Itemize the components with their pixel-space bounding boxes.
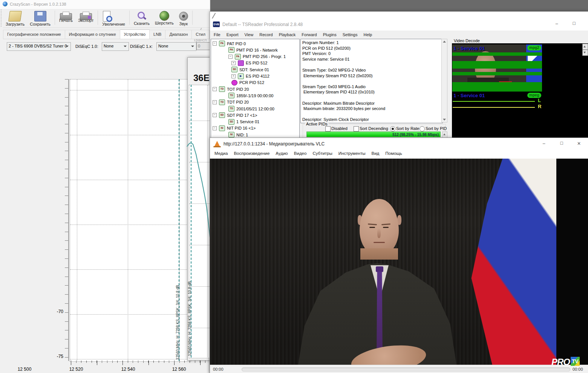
vlc-video-area[interactable] — [210, 159, 588, 365]
tab-lnb[interactable]: LNB — [150, 30, 165, 39]
maximize-button[interactable]: ☐ — [570, 21, 578, 28]
disabled-checkbox[interactable] — [325, 126, 331, 131]
tree-expand-icon[interactable]: − — [213, 41, 217, 46]
menu-audio[interactable]: Аудио — [273, 150, 291, 157]
tree-expand-icon[interactable]: + — [231, 74, 236, 78]
toolbar-button-print[interactable]: Печать — [57, 10, 75, 23]
tree-expand-icon[interactable]: − — [213, 87, 217, 91]
vlc-close-button[interactable]: ✕ — [575, 141, 583, 147]
info-scrollbar[interactable] — [441, 39, 447, 122]
audio-meter-left — [453, 101, 535, 102]
decode-scroll-down[interactable] — [582, 50, 588, 56]
pat-table-icon: PA — [219, 41, 225, 46]
sort-by-rate-radio[interactable] — [390, 126, 395, 131]
tree-item[interactable]: +ES PID 4112 — [231, 73, 270, 79]
vlc-titlebar[interactable]: http://127.0.0.1:1234 - Медиапроигрывате… — [210, 138, 588, 150]
aux-field[interactable]: 0 — [196, 42, 211, 50]
tab-range[interactable]: Диапазон — [165, 30, 192, 39]
menu-forward[interactable]: Forward — [299, 31, 320, 38]
toolbar-button-save[interactable]: Сохранить — [28, 10, 53, 27]
tree-item[interactable]: −PAPAT PID 0 — [213, 40, 246, 47]
tree-item[interactable]: PCR PID 512 — [231, 79, 264, 86]
tree-item[interactable]: SDSDT: Service 01 — [231, 66, 269, 73]
tree-expand-icon[interactable]: + — [231, 61, 236, 65]
tree-item[interactable]: −SDSDT PID 17 <1> — [213, 112, 257, 118]
toolbar-button-export[interactable]: Экспорт — [76, 10, 96, 23]
decoded-video-frame — [452, 44, 542, 92]
tab-geo-position[interactable]: Географическое положение — [3, 30, 65, 39]
tree-item[interactable]: TD2001/05/21 12:00:00 — [228, 105, 274, 112]
tuned-frequency-marker-label: 12560 MHz; H; 7298 KS ;8PSK; 3/4; 10.8 d… — [176, 285, 180, 360]
y-axis-ticks — [65, 79, 68, 361]
pid-rate-bar: 512 (98.25% - 15.98 Mbps) — [306, 131, 441, 137]
menu-subtitles[interactable]: Субтитры — [309, 150, 335, 157]
tree-item[interactable]: −TDTOT PID 20 — [213, 86, 249, 92]
menu-view[interactable]: View — [242, 31, 257, 38]
menu-tools[interactable]: Инструменты — [335, 150, 369, 157]
program-info-line: Stream Type: 0x03 MPEG-1 Audio — [302, 84, 441, 90]
tree-expand-icon[interactable]: − — [228, 55, 233, 59]
spectrum-plot-area — [70, 79, 191, 362]
toolbar-separator — [192, 11, 193, 25]
toolbar-drag-handle[interactable] — [1, 9, 4, 27]
scroll-down-icon[interactable] — [443, 119, 446, 121]
menu-video[interactable]: Видео — [291, 150, 310, 157]
toolbar-button-fur[interactable]: Шерстить — [153, 10, 176, 26]
program-info-panel[interactable]: Program Number: 1PCR on PID 512 (0x0200)… — [300, 39, 443, 123]
tree-expand-icon[interactable]: − — [213, 100, 217, 104]
diseqc10-select[interactable]: None — [102, 42, 129, 51]
toolbar-button-label: Сканить — [134, 21, 150, 26]
zoom-document-icon — [103, 11, 110, 21]
tree-item[interactable]: −TDTDT PID 20 — [213, 99, 249, 105]
man-eye-right — [383, 227, 389, 228]
minimize-button[interactable]: – — [553, 21, 560, 28]
diseqc1x-label: DiSEqC 1.x: — [130, 44, 153, 49]
menu-media[interactable]: Медиа — [211, 150, 231, 157]
tree-item[interactable]: SD1 Service 01 — [228, 119, 259, 125]
tree-item[interactable]: TD1859/-1/19 00:00:00 — [228, 92, 273, 99]
menu-plugins[interactable]: Plugins — [320, 31, 340, 38]
tsreader-titlebar[interactable]: DVB Default -- TSReader Professional 2.8… — [210, 18, 588, 31]
pids-scroll-up[interactable] — [442, 131, 447, 138]
tree-expand-icon[interactable]: − — [213, 113, 217, 117]
sort-decending-checkbox[interactable] — [354, 126, 359, 131]
toolbar-button-scan[interactable]: Сканить — [132, 10, 152, 26]
vlc-cone-base — [213, 146, 221, 147]
menu-record[interactable]: Record — [256, 31, 276, 38]
tree-item[interactable]: −NINIT PID 16 <1> — [213, 125, 256, 131]
menu-help[interactable]: Помощь — [382, 150, 405, 157]
scroll-up-icon[interactable] — [443, 41, 446, 43]
man-nose-shadow — [377, 228, 381, 238]
toolbar-button-sound[interactable]: Звук — [177, 10, 190, 27]
device-select[interactable]: 2 - TBS 6908 DVBS/S2 Tuner 0 — [7, 42, 71, 51]
tab-device[interactable]: Устройство — [120, 29, 150, 39]
tree-item[interactable]: NINID: 1 — [228, 131, 248, 138]
speaker-icon — [179, 12, 188, 21]
tab-satellite-info[interactable]: Информация о спутнике — [65, 30, 120, 39]
tree-expand-icon[interactable]: − — [213, 126, 217, 130]
menu-export[interactable]: Export — [224, 31, 242, 38]
tree-item[interactable]: +ES PID 512 — [231, 60, 267, 66]
sort-by-pid-radio[interactable] — [420, 126, 425, 131]
menu-help[interactable]: Help — [360, 31, 375, 38]
tab-style[interactable]: Стил — [192, 30, 210, 39]
tree-item[interactable]: −PAPMT PID 256 - Progr. 1 — [228, 54, 286, 60]
vlc-seek-slider[interactable] — [242, 367, 570, 371]
menu-settings[interactable]: Settings — [340, 31, 361, 38]
vlc-minimize-button[interactable]: – — [540, 141, 548, 147]
menu-file[interactable]: File — [211, 31, 224, 38]
toolbar-button-zoom[interactable]: Увеличение — [100, 10, 127, 27]
tree-item-label: 1859/-1/19 00:00:00 — [236, 93, 273, 98]
vlc-cone-icon — [214, 141, 220, 146]
crazyscan-titlebar[interactable]: CrazyScan - Версия 1.0.2.138 — [0, 0, 210, 9]
decode-scroll-up[interactable] — [582, 44, 588, 50]
pid-tree-panel[interactable]: −PAPAT PID 0PAPMT PID 16 - Network−PAPMT… — [211, 39, 300, 138]
diseqc1x-select[interactable]: None — [156, 42, 196, 51]
menu-view[interactable]: Вид — [369, 150, 383, 157]
vlc-maximize-button[interactable]: ☐ — [558, 141, 565, 147]
menu-playback[interactable]: Playback — [276, 31, 299, 38]
toolbar-button-load[interactable]: Загрузить — [3, 10, 27, 27]
vlc-title: http://127.0.0.1:1234 - Медиапроигрывате… — [224, 141, 325, 147]
tree-item[interactable]: PAPMT PID 16 - Network — [228, 47, 278, 53]
menu-playback[interactable]: Воспроизведение — [231, 150, 273, 157]
